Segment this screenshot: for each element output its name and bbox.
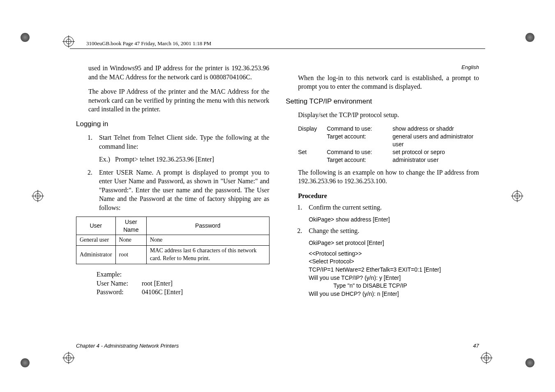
cmd-display-cmdlabel: Command to use:	[327, 125, 393, 133]
example-user-label: User Name:	[97, 279, 142, 288]
th-password: Password	[147, 217, 269, 235]
td-general-username: None	[115, 235, 147, 246]
proc-step-2: 2. Change the setting.	[297, 226, 479, 235]
proto-l3: TCP/IP=1 NetWare=2 EtherTalk=3 EXIT=0:1 …	[309, 266, 479, 274]
step-1: 1. Start Telnet from Telnet Client side.…	[88, 133, 269, 151]
language-label: English	[286, 64, 479, 71]
page-content: used in Windows95 and IP address for the…	[76, 64, 479, 347]
td-general-user: General user	[76, 235, 116, 246]
example-block: Example: User Name: root [Enter] Passwor…	[97, 270, 269, 297]
td-admin-user: Administrator	[76, 246, 116, 264]
right-para3: The following is an example on how to ch…	[298, 168, 479, 186]
registration-mark-top	[62, 35, 75, 48]
users-table: User User Name Password General user Non…	[76, 217, 269, 264]
registration-mark-left	[32, 190, 44, 202]
step-2: 2. Enter USER Name. A prompt is displaye…	[88, 168, 269, 212]
example-pass-label: Password:	[97, 288, 142, 297]
step-1-example: Ex.) Prompt> telnet 192.36.253.96 [Enter…	[99, 155, 269, 164]
step-2-num: 2.	[88, 168, 99, 212]
proto-l5: Type "n" to DISABLE TCP/IP	[309, 282, 479, 290]
proc-1-num: 1.	[297, 203, 309, 212]
cmd-display-cmdval: show address or shaddr	[393, 125, 479, 133]
cmd-set-cmdlabel: Command to use:	[327, 148, 393, 156]
example-user-val: root [Enter]	[142, 279, 173, 288]
footer-page-number: 47	[473, 343, 479, 349]
corner-dot-tl	[21, 33, 30, 42]
registration-mark-bottom-right	[480, 352, 493, 364]
proto-l1: <<Protocol setting>>	[309, 250, 479, 258]
corner-dot-bl	[21, 358, 30, 367]
ex-cmd: Prompt> telnet 192.36.253.96 [Enter]	[115, 156, 214, 163]
heading-tcpip: Setting TCP/IP environment	[286, 97, 479, 106]
proc-1-cmd: OkiPage> show address [Enter]	[309, 216, 479, 224]
left-para2: The above IP Address of the printer and …	[88, 87, 269, 114]
step-2-text: Enter USER Name. A prompt is displayed t…	[99, 168, 269, 212]
page-footer: Chapter 4 - Administrating Network Print…	[76, 343, 479, 349]
cmd-set-cmdval: set protocol or sepro	[393, 148, 479, 156]
right-para2: Display/set the TCP/IP protocol setup.	[298, 111, 479, 120]
procedure-heading: Procedure	[298, 191, 479, 201]
example-pass-val: 04106C [Enter]	[142, 288, 183, 297]
proto-l6: Will you use DHCP? (y/n): n [Enter]	[309, 290, 479, 298]
example-label: Example:	[97, 270, 269, 279]
command-table: Display Command to use: show address or …	[298, 125, 479, 164]
cmd-display-targetval: general users and administrator user	[393, 133, 479, 148]
cmd-set-targetval: administrator user	[393, 156, 479, 164]
td-admin-password: MAC address last 6 characters of this ne…	[147, 246, 269, 264]
td-admin-username: root	[115, 246, 147, 264]
cmd-set-targetlabel: Target account:	[327, 156, 393, 164]
proc-2-num: 2.	[297, 226, 309, 235]
proto-l4: Will you use TCP/IP? (y/n): y [Enter]	[309, 274, 479, 282]
proto-l2: <Select Protocol>	[309, 258, 479, 266]
heading-logging-in: Logging in	[76, 120, 269, 129]
corner-dot-tr	[525, 33, 534, 42]
proc-step-1: 1. Confirm the current setting.	[297, 203, 479, 212]
registration-mark-bottom-left	[62, 352, 75, 364]
top-rule	[70, 48, 485, 49]
step-1-text: Start Telnet from Telnet Client side. Ty…	[99, 133, 269, 151]
corner-dot-br	[525, 358, 534, 367]
cmd-set-label: Set	[298, 148, 327, 156]
proc-1-text: Confirm the current setting.	[309, 203, 479, 212]
cmd-display-label: Display	[298, 125, 327, 133]
td-general-password: None	[147, 235, 269, 246]
proc-2-cmd: OkiPage> set protocol [Enter]	[309, 239, 479, 247]
registration-mark-right	[511, 190, 523, 202]
right-para1: When the log-in to this network card is …	[298, 74, 479, 91]
cmd-display-targetlabel: Target account:	[327, 133, 393, 148]
left-para1: used in Windows95 and IP address for the…	[88, 64, 269, 81]
footer-chapter: Chapter 4 - Administrating Network Print…	[76, 343, 179, 349]
step-1-num: 1.	[88, 133, 99, 151]
proc-2-text: Change the setting.	[309, 226, 479, 235]
protocol-block: <<Protocol setting>> <Select Protocol> T…	[309, 250, 479, 298]
left-column: used in Windows95 and IP address for the…	[76, 64, 269, 347]
right-column: English When the log-in to this network …	[286, 64, 479, 347]
ex-label: Ex.)	[99, 156, 110, 163]
th-username: User Name	[115, 217, 147, 235]
header-filename: 3100euGB.book Page 47 Friday, March 16, …	[86, 40, 211, 47]
th-user: User	[76, 217, 116, 235]
